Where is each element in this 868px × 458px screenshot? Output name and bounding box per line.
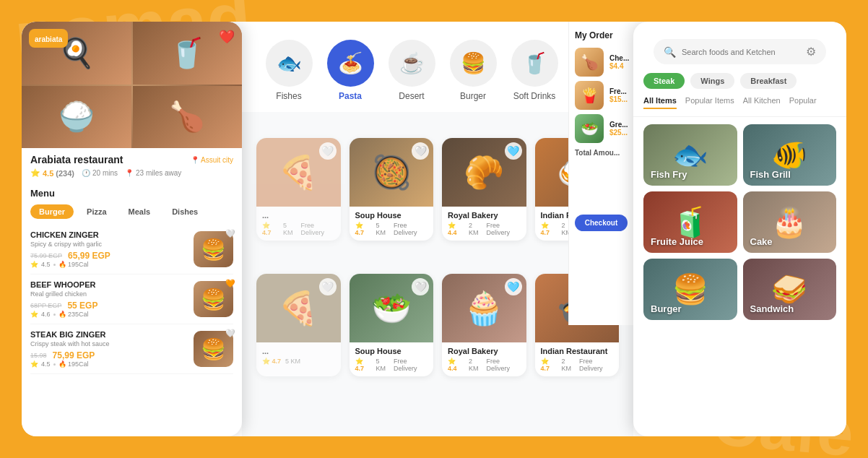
menu-item: BEEF WHOOPER Real grilled chicken 68PP E… bbox=[30, 275, 233, 324]
category-soft-drinks[interactable]: 🥤 Soft Drinks bbox=[509, 40, 560, 101]
item-meta: ⭐ 4.6 🔥 235Cal bbox=[30, 311, 188, 318]
tab-pizza[interactable]: Pizza bbox=[78, 204, 116, 219]
item-heart[interactable]: 🧡 bbox=[225, 279, 235, 288]
restaurant-card[interactable]: 🥘 🤍 Soup House ⭐ 4.7 5 KM Free Delivery bbox=[350, 138, 434, 241]
item-desc: Real grilled chicken bbox=[30, 290, 188, 298]
item-desc: Spicy & crispy with garlic bbox=[30, 241, 188, 248]
item-image-container: 🍔 🤍 bbox=[194, 331, 233, 367]
tab-meals[interactable]: Meals bbox=[120, 204, 160, 219]
tab-all-kitchen[interactable]: All Kitchen bbox=[743, 96, 781, 109]
restaurant-hero: 🍳 🥤 🍚 🍗 arabiata ❤️ bbox=[22, 22, 242, 148]
food-item-burger[interactable]: 🍔 Burger bbox=[643, 259, 737, 320]
tab-dishes[interactable]: Dishes bbox=[163, 204, 207, 219]
food-item-fish-fry[interactable]: 🐟 Fish Fry bbox=[643, 124, 737, 186]
restaurant-card[interactable]: 🥐 🩵 Royal Bakery ⭐ 4.4 2 KM Free Deliver… bbox=[442, 138, 526, 241]
card-heart-icon[interactable]: 🤍 bbox=[319, 278, 337, 295]
food-item-label: Fish Fry bbox=[651, 169, 687, 180]
order-item-name: Che... bbox=[609, 54, 629, 62]
category-pasta[interactable]: 🍝 Pasta bbox=[325, 40, 376, 101]
my-order-title: My Order bbox=[575, 30, 628, 40]
card-meta: ⭐ 4.7 5 KM Free Delivery bbox=[355, 222, 428, 236]
card-meta: ⭐ 4.7 5 KM bbox=[262, 358, 335, 365]
soft-drinks-icon: 🥤 bbox=[511, 40, 558, 87]
restaurant-card[interactable]: 🧁 🩵 Royal Bakery ⭐ 4.4 2 KM Free Deliver… bbox=[442, 274, 526, 376]
card-heart-icon[interactable]: 🤍 bbox=[412, 142, 429, 160]
item-heart[interactable]: 🤍 bbox=[225, 329, 235, 338]
item-image-container: 🍔 🤍 bbox=[194, 231, 233, 267]
burger-label: Burger bbox=[460, 91, 486, 101]
tab-burger[interactable]: Burger bbox=[30, 204, 74, 219]
filter-icon[interactable]: ⚙ bbox=[806, 45, 816, 59]
item-old-price: 15.98 bbox=[30, 352, 47, 359]
card-heart-icon[interactable]: 🤍 bbox=[412, 278, 429, 295]
card-name: Soup House bbox=[355, 347, 428, 355]
restaurant-info: Arabiata restaurant 📍 Assuit city ⭐ 4.5 … bbox=[22, 148, 242, 182]
tab-popular[interactable]: Popular bbox=[789, 96, 817, 109]
item-name: BEEF WHOOPER bbox=[30, 280, 188, 289]
food-item-label: Fruite Juice bbox=[651, 236, 703, 247]
filter-tab-wings[interactable]: Wings bbox=[690, 73, 734, 89]
item-heart[interactable]: 🤍 bbox=[225, 229, 235, 238]
food-item-fish-grill[interactable]: 🐠 Fish Grill bbox=[743, 124, 837, 186]
item-desc: Crispy steak with hot sauce bbox=[30, 340, 188, 347]
tab-all-items[interactable]: All Items bbox=[643, 96, 677, 109]
star-rating: ⭐ 4.5 (234) bbox=[30, 168, 74, 178]
menu-tabs: Burger Pizza Meals Dishes bbox=[30, 204, 233, 219]
category-burger[interactable]: 🍔 Burger bbox=[448, 40, 498, 101]
food-item-sandwich[interactable]: 🥪 Sandwich bbox=[743, 259, 837, 320]
search-input[interactable] bbox=[682, 48, 800, 56]
item-name: CHICKEN ZINGER bbox=[30, 230, 188, 239]
menu-section: Menu Burger Pizza Meals Dishes bbox=[22, 182, 242, 222]
order-item-price: $25... bbox=[609, 129, 628, 137]
menu-item: STEAK BIG ZINGER Crispy steak with hot s… bbox=[30, 324, 233, 374]
restaurant-card[interactable]: 🍕 🤍 ... ⭐ 4.7 5 KM Free Delivery bbox=[256, 138, 341, 241]
tab-popular-items[interactable]: Popular Items bbox=[685, 96, 734, 109]
restaurant-card[interactable]: 🥗 🤍 Soup House ⭐ 4.7 5 KM Free Delivery bbox=[350, 274, 434, 376]
category-fishes[interactable]: 🐟 Fishes bbox=[264, 40, 314, 101]
distance-info: 📍 23 miles away bbox=[125, 169, 181, 177]
restaurants-grid-1: 🍕 🤍 ... ⭐ 4.7 5 KM Free Delivery bbox=[256, 138, 619, 241]
fishes-icon: 🐟 bbox=[266, 40, 313, 87]
food-item-fruite-juice[interactable]: 🧃 Fruite Juice bbox=[643, 191, 737, 253]
item-name: STEAK BIG ZINGER bbox=[30, 330, 188, 339]
menu-title: Menu bbox=[30, 188, 233, 199]
food-item-label: Cake bbox=[750, 236, 773, 247]
filter-tab-breakfast[interactable]: Breakfast bbox=[740, 73, 797, 89]
food-item-label: Sandwich bbox=[750, 303, 794, 314]
order-item: 🥗 Gre... $25... bbox=[575, 114, 628, 143]
card-name: ... bbox=[262, 347, 335, 355]
favorite-icon[interactable]: ❤️ bbox=[219, 29, 235, 45]
food-item-label: Burger bbox=[651, 303, 682, 314]
item-image-container: 🍔 🧡 bbox=[194, 281, 233, 317]
restaurant-card[interactable]: 🍕 🤍 ... ⭐ 4.7 5 KM bbox=[256, 274, 341, 376]
card-meta: ⭐ 4.7 2 KM Free Delivery bbox=[541, 358, 614, 372]
category-desert[interactable]: ☕ Desert bbox=[386, 40, 437, 101]
order-item-price: $4.4 bbox=[609, 62, 629, 70]
checkout-button[interactable]: Checkout bbox=[575, 215, 628, 231]
pasta-icon: 🍝 bbox=[327, 40, 374, 87]
card-meta: ⭐ 4.7 5 KM Free Delivery bbox=[262, 222, 335, 236]
left-phone-panel: 🍳 🥤 🍚 🍗 arabiata ❤️ Ara bbox=[22, 22, 242, 436]
restaurants-grid-2: 🍕 🤍 ... ⭐ 4.7 5 KM 🥗 🤍 bbox=[256, 274, 619, 376]
card-heart-icon[interactable]: 🩵 bbox=[505, 142, 522, 160]
order-item: 🍗 Che... $4.4 bbox=[575, 48, 628, 77]
order-item-image: 🍗 bbox=[575, 48, 604, 77]
order-item-image: 🍟 bbox=[575, 81, 604, 110]
desert-icon: ☕ bbox=[389, 40, 435, 87]
card-heart-icon[interactable]: 🩵 bbox=[505, 278, 522, 295]
restaurant-location: 📍 Assuit city bbox=[191, 156, 233, 164]
card-meta: ⭐ 4.7 5 KM Free Delivery bbox=[355, 358, 428, 372]
card-name: Soup House bbox=[355, 211, 428, 220]
menu-item: CHICKEN ZINGER Spicy & crispy with garli… bbox=[30, 225, 233, 275]
item-old-price: 75.99 EGP bbox=[30, 252, 62, 259]
item-meta: ⭐ 4.5 🔥 195Cal bbox=[30, 261, 188, 268]
right-search-panel: 🔍 ⚙ Steak Wings Breakfast All Items Popu… bbox=[633, 22, 846, 436]
card-heart-icon[interactable]: 🤍 bbox=[319, 142, 337, 160]
food-item-cake[interactable]: 🎂 Cake bbox=[743, 191, 837, 253]
burger-icon: 🍔 bbox=[450, 40, 497, 87]
search-area: 🔍 ⚙ bbox=[633, 22, 846, 70]
filter-tab-steak[interactable]: Steak bbox=[643, 73, 685, 89]
card-name: Royal Bakery bbox=[448, 211, 521, 220]
order-item: 🍟 Fre... $15... bbox=[575, 81, 628, 110]
main-container: 🍳 🥤 🍚 🍗 arabiata ❤️ Ara bbox=[22, 22, 846, 436]
